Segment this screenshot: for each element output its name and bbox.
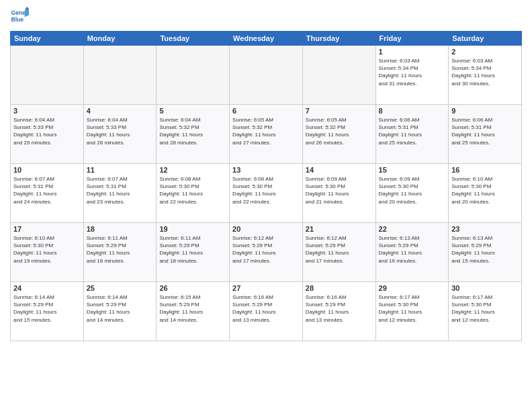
day-number: 9 [451,107,519,115]
calendar-cell: 28Sunrise: 6:16 AM Sunset: 5:29 PM Dayli… [302,282,375,341]
svg-text:Blue: Blue [11,16,24,23]
day-info: Sunrise: 6:17 AM Sunset: 5:30 PM Dayligh… [451,293,519,324]
day-number: 11 [87,166,154,174]
calendar-header-row: SundayMondayTuesdayWednesdayThursdayFrid… [11,32,522,46]
page: General Blue SundayMondayTuesdayWednesda… [0,0,532,411]
calendar-cell: 16Sunrise: 6:10 AM Sunset: 5:30 PM Dayli… [449,164,522,223]
calendar-cell: 18Sunrise: 6:11 AM Sunset: 5:29 PM Dayli… [83,223,157,282]
calendar-cell: 23Sunrise: 6:13 AM Sunset: 5:29 PM Dayli… [449,223,522,282]
day-info: Sunrise: 6:14 AM Sunset: 5:29 PM Dayligh… [87,293,154,324]
day-info: Sunrise: 6:03 AM Sunset: 5:34 PM Dayligh… [451,57,519,87]
day-number: 14 [306,166,373,174]
day-number: 17 [13,225,81,233]
day-info: Sunrise: 6:06 AM Sunset: 5:31 PM Dayligh… [379,116,446,146]
calendar-cell [83,46,157,105]
day-info: Sunrise: 6:10 AM Sunset: 5:30 PM Dayligh… [13,234,81,265]
calendar-cell: 21Sunrise: 6:12 AM Sunset: 5:29 PM Dayli… [302,223,375,282]
day-number: 3 [13,107,81,115]
calendar: SundayMondayTuesdayWednesdayThursdayFrid… [10,31,522,341]
day-number: 13 [232,166,300,174]
day-info: Sunrise: 6:16 AM Sunset: 5:29 PM Dayligh… [306,293,373,324]
calendar-cell: 4Sunrise: 6:04 AM Sunset: 5:33 PM Daylig… [83,105,157,164]
calendar-cell [11,46,84,105]
day-info: Sunrise: 6:09 AM Sunset: 5:30 PM Dayligh… [379,175,446,205]
weekday-header: Monday [83,32,157,46]
weekday-header: Saturday [449,32,522,46]
day-info: Sunrise: 6:07 AM Sunset: 5:31 PM Dayligh… [13,175,81,205]
day-info: Sunrise: 6:17 AM Sunset: 5:30 PM Dayligh… [379,293,446,324]
day-info: Sunrise: 6:04 AM Sunset: 5:33 PM Dayligh… [87,116,154,146]
weekday-header: Tuesday [157,32,230,46]
day-info: Sunrise: 6:06 AM Sunset: 5:31 PM Dayligh… [451,116,519,146]
day-number: 7 [306,107,373,115]
calendar-cell: 27Sunrise: 6:16 AM Sunset: 5:29 PM Dayli… [230,282,303,341]
day-info: Sunrise: 6:12 AM Sunset: 5:29 PM Dayligh… [232,234,300,265]
day-number: 25 [87,284,154,292]
day-number: 4 [87,107,154,115]
day-number: 19 [159,225,226,233]
day-number: 22 [379,225,446,233]
calendar-cell: 9Sunrise: 6:06 AM Sunset: 5:31 PM Daylig… [449,105,522,164]
calendar-cell: 17Sunrise: 6:10 AM Sunset: 5:30 PM Dayli… [11,223,84,282]
calendar-cell: 19Sunrise: 6:11 AM Sunset: 5:29 PM Dayli… [157,223,230,282]
calendar-cell: 30Sunrise: 6:17 AM Sunset: 5:30 PM Dayli… [449,282,522,341]
day-info: Sunrise: 6:05 AM Sunset: 5:32 PM Dayligh… [306,116,373,146]
day-info: Sunrise: 6:12 AM Sunset: 5:29 PM Dayligh… [306,234,373,265]
day-number: 30 [451,284,519,292]
calendar-cell [302,46,375,105]
day-number: 2 [451,48,519,56]
calendar-cell: 1Sunrise: 6:03 AM Sunset: 5:34 PM Daylig… [375,46,449,105]
day-info: Sunrise: 6:11 AM Sunset: 5:29 PM Dayligh… [87,234,154,265]
day-info: Sunrise: 6:07 AM Sunset: 5:31 PM Dayligh… [87,175,154,205]
calendar-cell: 25Sunrise: 6:14 AM Sunset: 5:29 PM Dayli… [83,282,157,341]
calendar-cell [157,46,230,105]
day-info: Sunrise: 6:08 AM Sunset: 5:30 PM Dayligh… [159,175,226,205]
calendar-week-row: 10Sunrise: 6:07 AM Sunset: 5:31 PM Dayli… [11,164,522,223]
calendar-cell: 24Sunrise: 6:14 AM Sunset: 5:29 PM Dayli… [11,282,84,341]
calendar-cell: 3Sunrise: 6:04 AM Sunset: 5:33 PM Daylig… [11,105,84,164]
calendar-cell: 5Sunrise: 6:04 AM Sunset: 5:32 PM Daylig… [157,105,230,164]
calendar-week-row: 17Sunrise: 6:10 AM Sunset: 5:30 PM Dayli… [11,223,522,282]
calendar-cell: 12Sunrise: 6:08 AM Sunset: 5:30 PM Dayli… [157,164,230,223]
day-info: Sunrise: 6:11 AM Sunset: 5:29 PM Dayligh… [159,234,226,265]
day-info: Sunrise: 6:09 AM Sunset: 5:30 PM Dayligh… [306,175,373,205]
day-number: 20 [232,225,300,233]
day-number: 10 [13,166,81,174]
weekday-header: Friday [375,32,449,46]
logo: General Blue [10,7,32,26]
day-info: Sunrise: 6:13 AM Sunset: 5:29 PM Dayligh… [379,234,446,265]
day-info: Sunrise: 6:08 AM Sunset: 5:30 PM Dayligh… [232,175,300,205]
day-info: Sunrise: 6:13 AM Sunset: 5:29 PM Dayligh… [451,234,519,265]
day-info: Sunrise: 6:14 AM Sunset: 5:29 PM Dayligh… [13,293,81,324]
day-number: 15 [379,166,446,174]
calendar-cell: 15Sunrise: 6:09 AM Sunset: 5:30 PM Dayli… [375,164,449,223]
calendar-cell: 6Sunrise: 6:05 AM Sunset: 5:32 PM Daylig… [230,105,303,164]
weekday-header: Sunday [11,32,84,46]
calendar-cell: 29Sunrise: 6:17 AM Sunset: 5:30 PM Dayli… [375,282,449,341]
logo-icon: General Blue [10,7,29,26]
day-info: Sunrise: 6:16 AM Sunset: 5:29 PM Dayligh… [232,293,300,324]
day-number: 29 [379,284,446,292]
day-number: 8 [379,107,446,115]
day-number: 5 [159,107,226,115]
day-info: Sunrise: 6:04 AM Sunset: 5:32 PM Dayligh… [159,116,226,146]
calendar-cell [230,46,303,105]
weekday-header: Wednesday [230,32,303,46]
day-number: 26 [159,284,226,292]
calendar-cell: 7Sunrise: 6:05 AM Sunset: 5:32 PM Daylig… [302,105,375,164]
calendar-cell: 20Sunrise: 6:12 AM Sunset: 5:29 PM Dayli… [230,223,303,282]
calendar-cell: 8Sunrise: 6:06 AM Sunset: 5:31 PM Daylig… [375,105,449,164]
day-number: 24 [13,284,81,292]
header: General Blue [10,7,522,26]
calendar-cell: 22Sunrise: 6:13 AM Sunset: 5:29 PM Dayli… [375,223,449,282]
calendar-week-row: 24Sunrise: 6:14 AM Sunset: 5:29 PM Dayli… [11,282,522,341]
calendar-week-row: 3Sunrise: 6:04 AM Sunset: 5:33 PM Daylig… [11,105,522,164]
day-number: 18 [87,225,154,233]
day-info: Sunrise: 6:05 AM Sunset: 5:32 PM Dayligh… [232,116,300,146]
day-number: 12 [159,166,226,174]
day-number: 23 [451,225,519,233]
day-info: Sunrise: 6:03 AM Sunset: 5:34 PM Dayligh… [379,57,446,87]
day-info: Sunrise: 6:15 AM Sunset: 5:29 PM Dayligh… [159,293,226,324]
weekday-header: Thursday [302,32,375,46]
calendar-cell: 11Sunrise: 6:07 AM Sunset: 5:31 PM Dayli… [83,164,157,223]
